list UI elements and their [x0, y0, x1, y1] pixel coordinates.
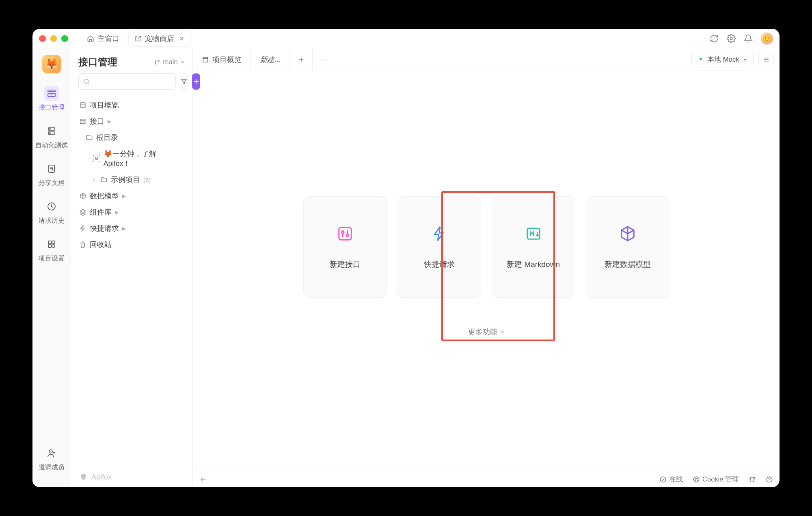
- search-input[interactable]: [78, 73, 176, 90]
- api-group-icon: [79, 118, 86, 125]
- nav-rail: 🦊 接口管理 自动化测试 分享文档 请求历史 项目设置: [32, 48, 71, 487]
- tab-new[interactable]: 新建...: [251, 48, 290, 71]
- collapse-sidebar-icon[interactable]: [199, 476, 207, 483]
- search-field[interactable]: [90, 78, 171, 85]
- layers-icon: [79, 209, 86, 216]
- api-icon: [47, 88, 56, 98]
- tree-label: 项目概览: [90, 100, 119, 110]
- environment-selector[interactable]: 本地 Mock: [691, 52, 754, 67]
- chevron-down-icon: [500, 329, 505, 334]
- new-api-icon: [336, 224, 354, 243]
- rail-label: 项目设置: [39, 254, 65, 263]
- sidebar-header: 接口管理 main: [71, 48, 192, 73]
- status-cookie[interactable]: Cookie 管理: [693, 475, 739, 484]
- statusbar: 在线 Cookie 管理: [193, 471, 780, 487]
- svg-point-31: [697, 479, 698, 480]
- env-label: 本地 Mock: [707, 55, 739, 64]
- tab-overview[interactable]: 项目概览: [193, 48, 251, 71]
- svg-point-6: [50, 133, 50, 133]
- brand-label: Apifox: [91, 473, 112, 482]
- tree-label: 接口: [90, 116, 104, 126]
- tree-intro-doc[interactable]: M 🦊一分钟，了解 Apifox！: [74, 146, 189, 172]
- rail-item-share[interactable]: 分享文档: [35, 157, 68, 191]
- check-circle-icon: [659, 476, 667, 483]
- history-icon: [47, 202, 56, 211]
- svg-point-15: [155, 63, 156, 64]
- tree-overview[interactable]: 项目概览: [74, 97, 189, 113]
- tree-count: (6): [143, 176, 151, 183]
- panel-toggle-button[interactable]: [758, 52, 774, 67]
- svg-point-29: [697, 478, 698, 479]
- tree-components[interactable]: 组件库 ▸: [74, 204, 189, 220]
- title-tab-project[interactable]: 宠物商店 ✕: [128, 31, 190, 46]
- rail-label: 接口管理: [39, 103, 65, 112]
- svg-point-27: [693, 477, 699, 482]
- title-tab-main[interactable]: 主窗口: [81, 31, 125, 46]
- plus-icon: [298, 56, 305, 63]
- tree-root-folder[interactable]: 根目录: [74, 129, 189, 146]
- sidebar: 接口管理 main: [71, 48, 193, 487]
- svg-point-14: [155, 60, 156, 61]
- help-icon[interactable]: [766, 476, 773, 483]
- project-logo[interactable]: 🦊: [42, 55, 61, 73]
- tabs-right: 本地 Mock: [691, 52, 780, 67]
- card-new-api[interactable]: 新建接口: [303, 196, 387, 298]
- rail-item-automation[interactable]: 自动化测试: [35, 119, 68, 154]
- folder-icon: [86, 134, 93, 141]
- content-area: 新建接口 快捷请求 新建 Markdown 新建数据模型: [193, 71, 780, 471]
- tree-trash[interactable]: 回收站: [74, 236, 189, 253]
- svg-rect-10: [52, 241, 55, 244]
- sidebar-controls: [71, 73, 192, 95]
- card-label: 新建接口: [330, 259, 361, 270]
- tree-quick-request[interactable]: 快捷请求 ▸: [74, 220, 189, 236]
- filter-button[interactable]: [180, 73, 188, 90]
- title-tab-label: 宠物商店: [145, 34, 174, 43]
- settings-icon[interactable]: [727, 34, 736, 43]
- svg-point-13: [49, 450, 52, 453]
- add-tab-button[interactable]: [290, 48, 313, 71]
- minimize-window-button[interactable]: [50, 35, 57, 42]
- tree-label: 示例项目: [111, 175, 140, 185]
- card-new-markdown[interactable]: 新建 Markdown: [492, 196, 575, 298]
- tab-more-button[interactable]: ⋯: [313, 55, 335, 64]
- rail-label: 分享文档: [39, 179, 65, 187]
- overview-icon: [202, 56, 209, 63]
- external-link-icon: [134, 35, 142, 42]
- rail-item-invite[interactable]: 邀请成员: [35, 441, 68, 476]
- rail-item-history[interactable]: 请求历史: [35, 195, 68, 229]
- card-new-data-model[interactable]: 新建数据模型: [586, 196, 669, 298]
- bell-icon[interactable]: [744, 34, 753, 43]
- status-online[interactable]: 在线: [659, 475, 683, 484]
- refresh-icon[interactable]: [710, 34, 719, 43]
- card-label: 新建 Markdown: [507, 259, 560, 270]
- window-controls: [39, 35, 68, 42]
- rail-item-api[interactable]: 接口管理: [35, 82, 68, 116]
- tree-example-folder[interactable]: › 示例项目 (6): [74, 172, 189, 188]
- tab-label: 新建...: [260, 55, 281, 64]
- data-model-icon: [618, 224, 637, 243]
- more-features-button[interactable]: 更多功能: [468, 327, 505, 337]
- tree-data-model[interactable]: 数据模型 ▸: [74, 188, 189, 204]
- rail-item-settings[interactable]: 项目设置: [35, 232, 68, 267]
- close-window-button[interactable]: [39, 35, 46, 42]
- svg-point-26: [660, 477, 666, 482]
- project-settings-icon: [47, 239, 56, 249]
- svg-rect-20: [80, 122, 85, 124]
- caret-right-icon: ▸: [115, 208, 120, 217]
- sidebar-title: 接口管理: [78, 56, 117, 69]
- tree-api[interactable]: 接口 ▸: [74, 113, 189, 129]
- maximize-window-button[interactable]: [61, 35, 68, 42]
- rail-label: 邀请成员: [39, 463, 65, 472]
- svg-point-24: [346, 234, 348, 236]
- user-avatar[interactable]: 🙂: [761, 32, 773, 45]
- close-tab-icon[interactable]: ✕: [179, 35, 184, 43]
- main: 项目概览 新建... ⋯ 本地 Mock: [193, 48, 780, 487]
- card-quick-request[interactable]: 快捷请求: [397, 196, 481, 298]
- body: 🦊 接口管理 自动化测试 分享文档 请求历史 项目设置: [32, 48, 780, 487]
- shirt-icon[interactable]: [749, 476, 756, 483]
- branch-selector[interactable]: main: [154, 58, 185, 66]
- menu-icon: [762, 56, 770, 63]
- app-window: 主窗口 宠物商店 ✕ 🙂 🦊 接口管理 自动化测试: [32, 29, 780, 487]
- main-tabs: 项目概览 新建... ⋯ 本地 Mock: [193, 48, 780, 71]
- svg-point-12: [52, 245, 55, 247]
